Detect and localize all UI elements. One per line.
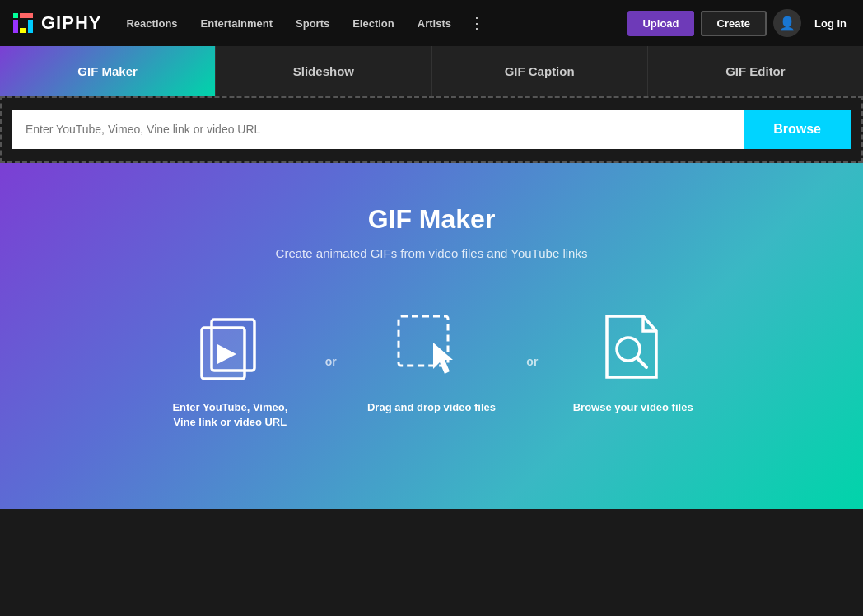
svg-marker-10 xyxy=(433,343,453,374)
nav-link-reactions[interactable]: Reactions xyxy=(114,12,189,35)
browse-button[interactable]: Browse xyxy=(744,110,851,149)
browse-files-icon xyxy=(592,310,674,384)
svg-rect-4 xyxy=(28,20,33,33)
tab-slideshow[interactable]: Slideshow xyxy=(216,46,432,96)
nav-links: Reactions Entertainment Sports Election … xyxy=(114,11,621,35)
video-link-icon xyxy=(189,310,271,384)
svg-rect-5 xyxy=(20,28,26,33)
login-button[interactable]: Log In xyxy=(808,12,853,35)
drag-drop-icon xyxy=(390,310,473,384)
avatar-button[interactable]: 👤 xyxy=(773,9,801,37)
tab-gif-maker[interactable]: GIF Maker xyxy=(0,46,216,96)
icons-row: Enter YouTube, Vimeo, Vine link or video… xyxy=(143,310,720,430)
or-label-1: or xyxy=(317,310,345,368)
user-icon: 👤 xyxy=(779,16,795,31)
logo[interactable]: GIPHY xyxy=(10,10,101,36)
browse-files-label: Browse your video files xyxy=(573,400,693,415)
url-section: Browse xyxy=(0,96,863,163)
nav-actions: Upload Create 👤 Log In xyxy=(627,9,853,37)
nav-link-sports[interactable]: Sports xyxy=(284,12,341,35)
tab-gif-editor[interactable]: GIF Editor xyxy=(648,46,863,96)
nav-link-artists[interactable]: Artists xyxy=(406,12,463,35)
giphy-logo-icon xyxy=(10,10,36,36)
upload-button[interactable]: Upload xyxy=(627,11,693,36)
create-button[interactable]: Create xyxy=(701,11,767,36)
main-title: GIF Maker xyxy=(368,204,496,235)
logo-text: GIPHY xyxy=(41,12,101,34)
nav-link-election[interactable]: Election xyxy=(341,12,406,35)
browse-files-item[interactable]: Browse your video files xyxy=(546,310,720,415)
main-content: GIF Maker Create animated GIFs from vide… xyxy=(0,163,863,509)
nav-link-entertainment[interactable]: Entertainment xyxy=(189,12,284,35)
drag-drop-item[interactable]: Drag and drop video files xyxy=(345,310,519,415)
drag-drop-label: Drag and drop video files xyxy=(367,400,496,415)
svg-rect-2 xyxy=(13,20,18,33)
svg-line-12 xyxy=(637,357,646,367)
url-row: Browse xyxy=(12,110,851,149)
navbar: GIPHY Reactions Entertainment Sports Ele… xyxy=(0,0,863,46)
or-label-2: or xyxy=(518,310,546,368)
svg-rect-3 xyxy=(20,13,33,18)
more-options-icon[interactable]: ⋮ xyxy=(463,11,491,35)
video-link-label: Enter YouTube, Vimeo, Vine link or video… xyxy=(164,400,296,430)
tabs-bar: GIF Maker Slideshow GIF Caption GIF Edit… xyxy=(0,46,863,96)
tab-gif-caption[interactable]: GIF Caption xyxy=(432,46,648,96)
url-input[interactable] xyxy=(12,110,744,149)
main-subtitle: Create animated GIFs from video files an… xyxy=(276,246,588,260)
svg-rect-1 xyxy=(13,13,18,18)
video-link-item[interactable]: Enter YouTube, Vimeo, Vine link or video… xyxy=(143,310,317,430)
